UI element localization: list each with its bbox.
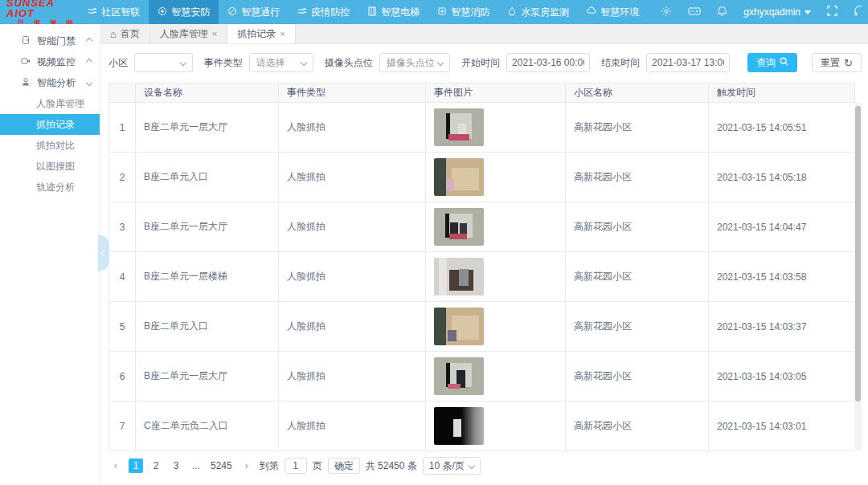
device-name: B座二单元一层楼梯 [136, 252, 279, 302]
search-button[interactable]: 查询 [747, 53, 797, 72]
filter-bar: 小区 事件类型 请选择 摄像头点位 摄像头点位 开始时间 结束时间 [108, 52, 862, 73]
chevron-left-icon [100, 250, 106, 255]
goto-confirm-button[interactable]: 确定 [328, 458, 360, 474]
camera-icon [21, 56, 31, 68]
menu-item-environment[interactable]: 智慧环境 [578, 0, 648, 24]
goto-page-input[interactable] [285, 458, 307, 474]
sidebar-section-smart-analysis[interactable]: 智能分析 [0, 72, 100, 93]
event-snapshot[interactable] [434, 308, 484, 345]
sidebar-item-face-library[interactable]: 人脸库管理 [0, 93, 100, 114]
col-trigger-time: 触发时间 [709, 84, 855, 103]
page-button-last[interactable]: 5245 [209, 459, 234, 473]
event-type-select[interactable]: 请选择 [249, 53, 313, 72]
goto-label: 到第 [260, 459, 279, 473]
page-ellipsis: ... [189, 459, 203, 473]
pump-icon [507, 6, 517, 18]
community-name: 高新花园小区 [566, 202, 709, 252]
table-row: 4 B座二单元一层楼梯 人脸抓拍 高新花园小区 2021-03-15 14:03… [109, 252, 855, 302]
tab-capture-records[interactable]: 抓拍记录 × [227, 24, 295, 43]
menu-item-pumproom[interactable]: 水泵房监测 [498, 0, 578, 24]
community-name: 高新花园小区 [566, 252, 709, 302]
event-type-filter-label: 事件类型 [204, 56, 243, 70]
camera-select[interactable]: 摄像头点位 [379, 53, 450, 72]
sidebar-item-capture-compare[interactable]: 抓拍对比 [0, 135, 100, 156]
epidemic-icon [297, 6, 307, 18]
home-icon: ⌂ [110, 29, 117, 39]
event-type: 人脸抓拍 [279, 401, 426, 451]
col-event-type: 事件类型 [279, 84, 426, 103]
user-menu[interactable]: gxhyxqadmin [743, 6, 811, 18]
card-reader-icon[interactable] [688, 6, 701, 18]
event-type: 人脸抓拍 [279, 103, 426, 153]
device-name: B座二单元一层大厅 [136, 352, 279, 401]
close-icon[interactable]: × [280, 29, 285, 39]
sidebar-collapse-handle[interactable] [98, 234, 109, 271]
total-count-label: 共 52450 条 [366, 459, 417, 473]
table-row: 7 C座二单元负二入口 人脸抓拍 高新花园小区 2021-03-15 14:03… [109, 401, 855, 451]
event-type: 人脸抓拍 [279, 153, 426, 202]
page-button-2[interactable]: 2 [149, 459, 163, 473]
reset-icon: ↻ [844, 57, 853, 69]
gear-icon[interactable] [661, 6, 672, 19]
pagination: ‹ 1 2 3 ... 5245 › 到第 页 确定 共 52450 条 10 … [108, 457, 862, 475]
community-name: 高新花园小区 [566, 103, 709, 153]
chevron-up-icon [86, 59, 92, 65]
topbar-icon-group: gxhyxqadmin [648, 0, 868, 24]
page-button-1[interactable]: 1 [129, 459, 143, 473]
table-row: 6 B座二单元一层大厅 人脸抓拍 高新花园小区 2021-03-15 14:03… [109, 352, 855, 401]
event-type: 人脸抓拍 [279, 302, 426, 352]
community-name: 高新花园小区 [566, 352, 709, 401]
event-snapshot[interactable] [434, 258, 484, 295]
sidebar-item-capture-records[interactable]: 抓拍记录 [0, 114, 100, 135]
trigger-time: 2021-03-15 14:05:51 [709, 103, 855, 153]
menu-item-fire[interactable]: 智慧消防 [428, 0, 498, 24]
next-page-button[interactable]: › [240, 459, 254, 473]
sidebar-section-video-monitor[interactable]: 视频监控 [0, 51, 100, 72]
event-snapshot[interactable] [434, 357, 484, 395]
community-select[interactable] [134, 53, 193, 72]
menu-item-elevator[interactable]: 智慧电梯 [358, 0, 428, 24]
page-size-select[interactable]: 10 条/页 [423, 457, 481, 475]
end-time-input[interactable] [646, 53, 730, 72]
clipped-icon[interactable] [854, 6, 862, 18]
pass-icon [227, 6, 237, 18]
tab-home[interactable]: ⌂ 首页 [100, 24, 150, 43]
tab-face-library[interactable]: 人脸库管理 × [150, 24, 227, 43]
prev-page-button[interactable]: ‹ [108, 459, 123, 473]
table-row: 1 B座二单元一层大厅 人脸抓拍 高新花园小区 2021-03-15 14:05… [109, 103, 855, 153]
table-scrollbar [854, 103, 862, 450]
event-snapshot[interactable] [434, 108, 484, 146]
reset-button[interactable]: 重置 ↻ [812, 53, 862, 72]
bell-icon[interactable] [717, 6, 727, 19]
menu-item-access[interactable]: 智慧通行 [219, 0, 289, 24]
table-header-row: 设备名称 事件类型 事件图片 小区名称 触发时间 [109, 84, 855, 103]
device-name: B座二单元入口 [136, 153, 279, 202]
scrollbar-thumb[interactable] [855, 106, 861, 401]
fullscreen-icon[interactable] [827, 6, 837, 18]
menu-item-community[interactable]: 社区智联 [79, 0, 149, 24]
trigger-time: 2021-03-15 14:03:37 [709, 302, 855, 352]
close-icon[interactable]: × [212, 29, 217, 39]
camera-filter-label: 摄像头点位 [325, 56, 373, 70]
sidebar-item-track-analysis[interactable]: 轨迹分析 [0, 177, 100, 198]
chevron-down-icon [437, 59, 444, 66]
logo-text: SUNSEA AIOT [6, 0, 79, 18]
start-time-label: 开始时间 [461, 56, 500, 70]
table-row: 3 B座二单元一层大厅 人脸抓拍 高新花园小区 2021-03-15 14:04… [109, 202, 855, 252]
start-time-input[interactable] [506, 53, 590, 72]
event-snapshot[interactable] [434, 208, 484, 246]
right-area: ⌂ 首页 人脸库管理 × 抓拍记录 × 小区 事件类型 [100, 24, 868, 485]
event-snapshot[interactable] [434, 407, 484, 445]
elevator-icon [367, 6, 377, 18]
sidebar-section-access-control[interactable]: 智能门禁 [0, 31, 100, 51]
chevron-down-icon [805, 10, 811, 14]
top-menu: 社区智联 智慧安防 智慧通行 疫情防控 智慧电梯 智慧消防 水泵房监测 智慧环 [79, 0, 648, 24]
event-snapshot[interactable] [434, 158, 484, 196]
environment-icon [587, 6, 596, 18]
menu-item-epidemic[interactable]: 疫情防控 [289, 0, 358, 24]
menu-item-security[interactable]: 智慧安防 [149, 0, 219, 24]
chevron-down-icon [469, 463, 475, 469]
sidebar-item-image-search[interactable]: 以图搜图 [0, 156, 100, 177]
page-button-3[interactable]: 3 [169, 459, 183, 473]
username: gxhyxqadmin [743, 6, 800, 18]
